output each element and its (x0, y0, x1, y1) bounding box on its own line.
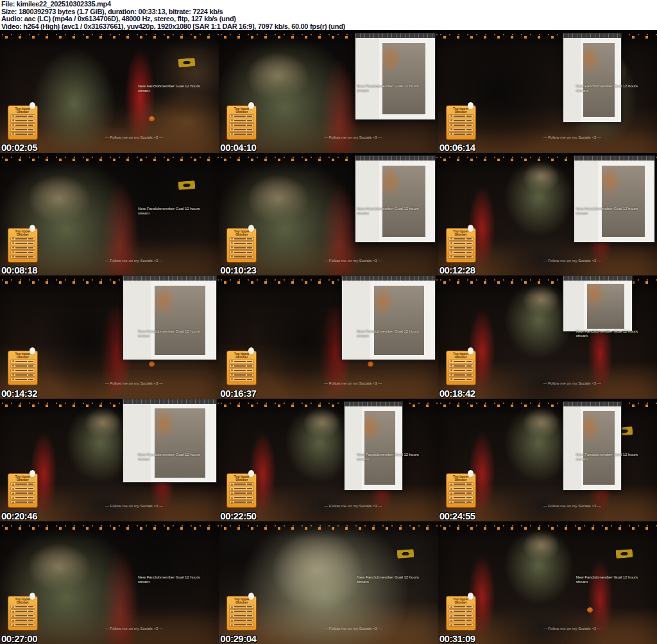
pumpkin-decoration (587, 607, 593, 613)
tip-row (229, 123, 254, 127)
tip-row (448, 623, 474, 627)
photo-area-placeholder (364, 411, 396, 485)
photo-window-placeholder (355, 155, 436, 243)
top-tipper-overlay: Top tipper Oktober (8, 228, 38, 263)
string-lights-decoration (438, 523, 657, 532)
socials-ticker-text: — Follow me on my Socials <3 — (105, 381, 218, 386)
tip-leaderboard-rows (228, 360, 255, 381)
tip-row (448, 369, 474, 372)
tip-row (448, 482, 474, 486)
socials-ticker-text: — Follow me on my Socials <3 — (543, 135, 656, 140)
timestamp-label: 00:08:18 (1, 265, 37, 275)
video-thumbnail: Top tipper Oktober New Fanclubmember Goa… (438, 399, 657, 521)
socials-ticker-text: — Follow me on my Socials <3 — (324, 627, 437, 631)
tip-row (229, 241, 254, 245)
tip-row (10, 369, 35, 372)
info-line-file: File: kimilee22_202510302335.mp4 (1, 1, 657, 8)
ghost-icon (30, 102, 35, 109)
video-thumbnail: Top tipper Oktober New Fanclubmember Goa… (0, 275, 219, 398)
window-canvas (123, 404, 216, 483)
tip-panel-subtitle: Oktober (228, 233, 255, 236)
window-titlebar (563, 33, 621, 38)
tip-row (10, 496, 35, 500)
tip-row (448, 255, 474, 259)
string-lights-decoration (0, 154, 219, 164)
tip-row (229, 128, 254, 132)
socials-ticker-text: — Follow me on my Socials <3 — (324, 135, 437, 140)
ghost-icon (248, 225, 254, 232)
tip-row (229, 246, 254, 250)
video-thumbnail: Top tipper Oktober New Fanclubmember Goa… (219, 153, 438, 275)
tip-row (10, 237, 35, 241)
tip-row (10, 500, 35, 504)
ghost-icon (248, 102, 254, 109)
string-lights-decoration (0, 31, 219, 41)
socials-ticker-text: — Follow me on my Socials <3 — (543, 627, 656, 631)
tip-leaderboard-rows (228, 237, 255, 259)
tip-row (10, 128, 35, 132)
tip-panel-subtitle: Oktober (447, 601, 475, 604)
video-thumbnail: Top tipper Oktober New Fanclubmember Goa… (438, 153, 657, 275)
tip-panel-header: Top tipper Oktober (228, 107, 255, 114)
window-titlebar (355, 33, 435, 38)
tip-leaderboard-rows (447, 237, 475, 259)
top-tipper-overlay: Top tipper Oktober (446, 351, 476, 385)
goal-overlay-text: New Fanclubmember Goal 12 hours stream (357, 453, 429, 462)
window-canvas (342, 281, 435, 360)
tip-panel-subtitle: Oktober (447, 110, 475, 114)
string-lights-decoration (219, 400, 438, 410)
timestamp-label: 00:12:28 (439, 265, 475, 275)
tip-row (10, 123, 35, 127)
bat-sign-decoration (397, 549, 414, 559)
video-thumbnail: Top tipper Oktober New Fanclubmember Goa… (438, 30, 657, 153)
tip-row (10, 132, 35, 136)
pumpkin-decoration (149, 361, 155, 367)
tip-row (229, 491, 254, 495)
goal-overlay-text: New Fanclubmember Goal 12 hours stream (357, 207, 429, 216)
ghost-icon (468, 102, 474, 109)
window-canvas (345, 406, 402, 491)
video-thumbnail: Top tipper Oktober New Fanclubmember Goa… (438, 275, 657, 398)
socials-ticker-text: — Follow me on my Socials <3 — (105, 259, 218, 263)
timestamp-label: 00:31:09 (439, 633, 475, 644)
tip-leaderboard-rows (9, 482, 37, 504)
tip-panel-subtitle: Oktober (228, 110, 255, 114)
top-tipper-overlay: Top tipper Oktober (226, 473, 257, 508)
window-canvas (574, 161, 654, 242)
tip-row (10, 618, 35, 622)
photo-window-placeholder (563, 401, 622, 491)
tip-row (448, 123, 474, 127)
tip-row (448, 246, 474, 250)
tip-row (229, 373, 254, 377)
top-tipper-overlay: Top tipper Oktober (446, 228, 476, 263)
tip-row (10, 119, 35, 123)
tip-row (229, 618, 254, 622)
photo-area-placeholder (374, 286, 424, 355)
tip-row (10, 378, 35, 381)
tip-row (229, 237, 254, 241)
tip-row (10, 605, 35, 609)
tip-row (448, 487, 474, 491)
tip-leaderboard-rows (447, 114, 475, 136)
tip-row (10, 623, 35, 627)
tip-row (448, 114, 474, 118)
tip-leaderboard-rows (447, 360, 475, 381)
goal-overlay-text: New Fanclubmember Goal 12 hours stream (357, 329, 429, 338)
tip-row (448, 237, 474, 241)
string-lights-decoration (438, 400, 657, 410)
tip-row (448, 241, 474, 245)
goal-overlay-text: New Fanclubmember Goal 12 hours stream (576, 575, 649, 584)
video-thumbnail: Top tipper Oktober New Fanclubmember Goa… (0, 153, 219, 275)
ghost-icon (30, 347, 35, 354)
photo-area-placeholder (602, 166, 645, 238)
tip-panel-header: Top tipper Oktober (447, 107, 475, 114)
window-titlebar (355, 156, 435, 161)
tip-row (448, 360, 474, 363)
tip-panel-header: Top tipper Oktober (9, 107, 37, 114)
tip-row (448, 250, 474, 254)
tip-panel-subtitle: Oktober (9, 478, 37, 482)
tip-row (10, 614, 35, 618)
bat-sign-decoration (616, 549, 633, 559)
tip-row (229, 378, 254, 381)
tip-row (10, 250, 35, 254)
